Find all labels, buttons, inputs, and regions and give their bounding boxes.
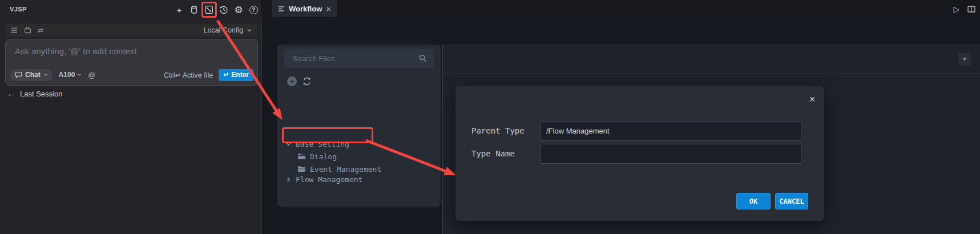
tab-close-icon[interactable]: × <box>326 5 331 13</box>
canvas-dropdown-button[interactable]: ▼ <box>958 53 971 66</box>
folder-icon <box>297 166 306 172</box>
config-dropdown[interactable]: Local Config <box>204 26 253 34</box>
list-icon[interactable] <box>11 27 18 34</box>
tab-workflow[interactable]: Workflow × <box>272 0 337 17</box>
database-icon[interactable] <box>189 5 199 15</box>
last-session-label: Last Session <box>20 90 62 98</box>
add-context-button[interactable]: @ <box>88 71 95 79</box>
history-icon[interactable] <box>219 5 229 15</box>
plus-icon[interactable]: + <box>174 5 184 15</box>
enter-icon: ↵ <box>223 71 229 79</box>
caret-down-icon: ▼ <box>962 57 967 62</box>
swap-icon[interactable]: ⇄ <box>38 26 43 34</box>
box-icon[interactable] <box>24 27 31 34</box>
tree-item-label: Dialog <box>310 152 337 161</box>
help-icon[interactable]: ? <box>248 5 259 15</box>
config-bar: ⇄ Local Config <box>5 23 257 37</box>
tab-label: Workflow <box>289 5 322 13</box>
tree-item-base-setting[interactable]: Base Setting <box>285 139 349 149</box>
refresh-icon[interactable] <box>302 76 312 86</box>
type-name-label: Type Name <box>471 144 515 164</box>
chat-controls-row: Chat A100 @ Ctrl↵ Active file ↵ Enter <box>10 68 253 81</box>
editor-tab-bar <box>261 0 980 17</box>
chevron-down-icon <box>77 72 82 77</box>
workflow-tab-icon <box>278 6 285 12</box>
cancel-button[interactable]: CANCEL <box>775 193 808 209</box>
model-selector[interactable]: A100 <box>59 71 82 79</box>
app-window: VJSP + ⚙ ? ⇄ Local Config <box>0 0 980 234</box>
chevron-down-icon <box>247 27 252 33</box>
tree-item-dialog[interactable]: Dialog <box>297 151 337 162</box>
chat-input[interactable]: Ask anything, '@' to add context <box>15 46 251 56</box>
chevron-down-icon <box>285 141 292 147</box>
tree-item-label: Base Setting <box>296 140 349 148</box>
back-arrow-icon: ← <box>7 89 15 98</box>
chevron-right-icon <box>285 176 292 183</box>
split-editor-icon[interactable] <box>967 5 976 14</box>
gear-icon[interactable]: ⚙ <box>233 5 244 15</box>
search-icon <box>419 54 427 64</box>
parent-type-input[interactable] <box>540 121 801 141</box>
tree-item-label: Flow Management <box>296 175 362 184</box>
chat-input-placeholder: Ask anything, '@' to add context <box>15 46 137 56</box>
run-play-icon[interactable]: ▷ <box>952 5 961 14</box>
file-tree-panel: + Base Setting Dialog Event Management <box>277 45 441 207</box>
chat-card: Ask anything, '@' to add context Chat A1… <box>5 39 258 86</box>
config-dropdown-label: Local Config <box>204 26 244 34</box>
folder-icon <box>297 153 306 160</box>
panel-title: VJSP <box>10 6 27 13</box>
chat-mode-label: Chat <box>25 71 41 79</box>
tree-item-flow-management[interactable]: Flow Management <box>285 174 362 184</box>
ok-button[interactable]: OK <box>736 193 771 209</box>
search-input[interactable] <box>284 49 434 68</box>
flow-icon[interactable] <box>204 5 214 15</box>
chat-sidebar: VJSP + ⚙ ? ⇄ Local Config <box>0 0 261 234</box>
tree-item-event-management[interactable]: Event Management <box>297 164 381 174</box>
tree-item-label: Event Management <box>310 165 381 174</box>
send-button-label: Enter <box>231 71 249 79</box>
type-name-input[interactable] <box>540 144 801 164</box>
dialog-close-icon[interactable]: × <box>806 93 818 104</box>
last-session-link[interactable]: ← Last Session <box>7 89 62 98</box>
shortcut-hint: Ctrl↵ Active file <box>164 71 213 79</box>
send-button[interactable]: ↵ Enter <box>219 69 253 81</box>
new-type-dialog: × Parent Type Type Name OK CANCEL <box>455 86 824 221</box>
model-label: A100 <box>59 71 75 79</box>
parent-type-label: Parent Type <box>471 121 525 141</box>
chevron-down-icon <box>43 72 48 77</box>
chat-mode-selector[interactable]: Chat <box>10 69 53 81</box>
add-file-button[interactable]: + <box>287 76 297 86</box>
canvas-divider <box>443 73 980 74</box>
chat-bubble-icon <box>15 71 22 78</box>
